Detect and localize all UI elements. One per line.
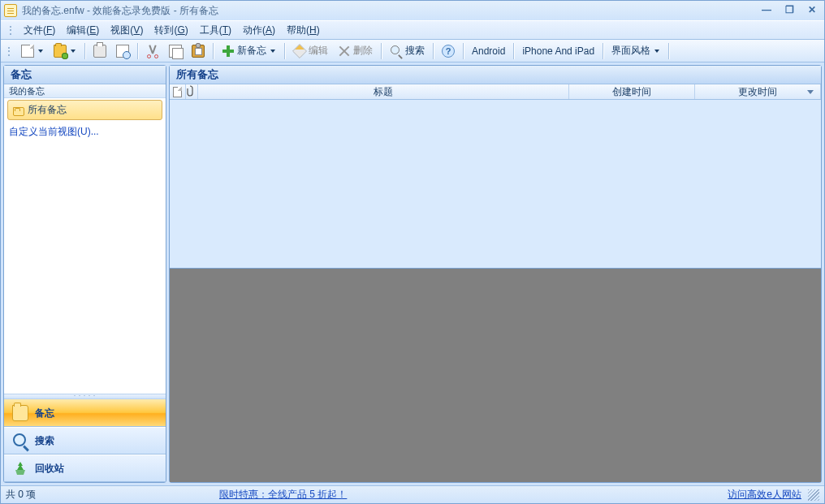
list-area[interactable] <box>170 100 821 268</box>
menu-view[interactable]: 视图(V) <box>106 22 148 39</box>
cut-icon <box>146 45 159 58</box>
app-icon <box>4 4 17 17</box>
status-promo-link[interactable]: 限时特惠：全线产品 5 折起！ <box>219 488 347 502</box>
maximize-button[interactable]: ❐ <box>780 4 798 17</box>
splitter-grip[interactable]: ･････ <box>4 394 166 399</box>
android-button[interactable]: Android <box>468 42 509 60</box>
window-title: 我的备忘.enfw - 效能备忘录免费版 - 所有备忘 <box>22 4 218 18</box>
menu-file[interactable]: 文件(F) <box>19 22 60 39</box>
search-icon <box>390 45 403 58</box>
copy-icon <box>169 45 182 58</box>
status-site-link[interactable]: 访问高效e人网站 <box>728 488 801 502</box>
main-panel: 所有备忘 标题 创建时间 更改时间 <box>169 65 822 483</box>
col-modified[interactable]: 更改时间 <box>695 84 821 99</box>
delete-button[interactable]: 删除 <box>334 42 377 60</box>
nav-label: 备忘 <box>35 407 54 420</box>
delete-icon <box>338 45 351 58</box>
print-preview-button[interactable] <box>112 42 133 60</box>
main-header: 所有备忘 <box>170 66 821 84</box>
resize-grip[interactable] <box>808 489 819 501</box>
nav-recycle[interactable]: 回收站 <box>4 454 166 482</box>
paste-icon <box>192 45 205 58</box>
attach-icon <box>186 85 197 98</box>
menu-goto[interactable]: 转到(G) <box>149 22 192 39</box>
edit-button[interactable]: 编辑 <box>289 42 332 60</box>
nav-label: 搜索 <box>35 434 54 448</box>
sidebar-tree: 所有备忘 自定义当前视图(U)... <box>4 98 166 394</box>
new-doc-button[interactable] <box>17 42 48 60</box>
notes-icon <box>12 405 28 421</box>
tree-item-label: 所有备忘 <box>28 103 67 117</box>
pencil-icon <box>292 43 307 58</box>
open-icon <box>54 45 67 58</box>
help-icon: ? <box>442 45 455 58</box>
folder-icon <box>13 107 24 116</box>
tree-item-all-notes[interactable]: 所有备忘 <box>7 100 162 120</box>
col-created[interactable]: 创建时间 <box>569 84 695 99</box>
close-button[interactable]: ✕ <box>803 4 821 17</box>
search-nav-icon <box>12 433 28 449</box>
iphone-button[interactable]: iPhone And iPad <box>518 42 598 60</box>
statusbar: 共 0 项 限时特惠：全线产品 5 折起！ 访问高效e人网站 <box>1 485 824 503</box>
app-window: 我的备忘.enfw - 效能备忘录免费版 - 所有备忘 — ❐ ✕ ⋮ 文件(F… <box>0 0 825 504</box>
menu-tools[interactable]: 工具(T) <box>195 22 236 39</box>
nav-label: 回收站 <box>35 462 64 476</box>
recycle-icon <box>12 460 28 476</box>
minimize-button[interactable]: — <box>758 4 775 17</box>
nav-search[interactable]: 搜索 <box>4 427 166 454</box>
col-title[interactable]: 标题 <box>198 84 569 99</box>
sidebar-subheader[interactable]: 我的备忘 <box>4 84 166 98</box>
col-attach[interactable] <box>186 84 198 99</box>
cut-button[interactable] <box>142 42 163 60</box>
print-button[interactable] <box>89 42 110 60</box>
help-button[interactable]: ? <box>438 42 459 60</box>
style-button[interactable]: 界面风格 <box>607 42 664 60</box>
open-button[interactable] <box>50 42 80 60</box>
status-count: 共 0 项 <box>6 488 36 502</box>
paste-button[interactable] <box>188 42 209 60</box>
toolbar: ⋮ 新备忘 编辑 删除 搜索 ? Android iPhone And iPad… <box>1 40 824 62</box>
column-headers: 标题 创建时间 更改时间 <box>170 84 821 100</box>
plus-icon <box>222 45 235 58</box>
print-preview-icon <box>116 45 129 58</box>
menu-help[interactable]: 帮助(H) <box>282 22 325 39</box>
content-area: 备忘 我的备忘 所有备忘 自定义当前视图(U)... ･････ 备忘 搜索 回… <box>1 62 824 485</box>
print-icon <box>93 45 106 58</box>
preview-area <box>170 268 821 482</box>
customize-view-link[interactable]: 自定义当前视图(U)... <box>4 122 166 142</box>
sidebar: 备忘 我的备忘 所有备忘 自定义当前视图(U)... ･････ 备忘 搜索 回… <box>3 65 166 483</box>
menu-action[interactable]: 动作(A) <box>238 22 280 39</box>
col-icon[interactable] <box>170 84 186 99</box>
titlebar: 我的备忘.enfw - 效能备忘录免费版 - 所有备忘 — ❐ ✕ <box>1 1 824 20</box>
sidebar-header: 备忘 <box>4 66 166 84</box>
nav-notes[interactable]: 备忘 <box>4 399 166 427</box>
new-doc-icon <box>21 45 34 58</box>
doc-type-icon <box>173 87 182 97</box>
new-note-button[interactable]: 新备忘 <box>218 42 280 60</box>
menubar: ⋮ 文件(F) 编辑(E) 视图(V) 转到(G) 工具(T) 动作(A) 帮助… <box>1 20 824 40</box>
copy-button[interactable] <box>165 42 186 60</box>
menu-edit[interactable]: 编辑(E) <box>62 22 104 39</box>
search-button[interactable]: 搜索 <box>386 42 429 60</box>
